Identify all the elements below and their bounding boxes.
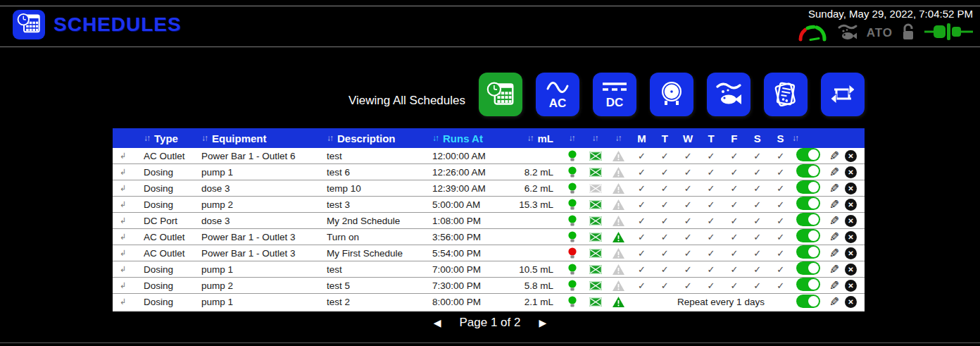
enabled-toggle[interactable] — [796, 229, 820, 242]
row-handle-icon[interactable]: ↲ — [118, 249, 144, 258]
next-page-icon[interactable]: ▶ — [539, 317, 546, 328]
day-checks: ✓✓✓✓✓✓✓ — [630, 213, 792, 228]
day-check-icon: ✓ — [700, 199, 723, 210]
delete-icon[interactable]: ✕ — [845, 247, 857, 259]
delete-icon[interactable]: ✕ — [845, 150, 857, 162]
table-row: ↲ Dosing pump 2 test 5 7:30:00 PM 5.8 mL — [113, 278, 865, 294]
edit-pencil-icon[interactable]: ✎ — [829, 165, 839, 180]
day-check-icon: ✓ — [677, 151, 700, 161]
day-check-icon: ✓ — [746, 167, 769, 178]
day-checks: ✓✓✓✓✓✓✓ — [630, 278, 792, 293]
enabled-toggle[interactable] — [796, 197, 820, 210]
day-check-icon: ✓ — [746, 216, 769, 226]
delete-icon[interactable]: ✕ — [845, 215, 857, 227]
delete-icon[interactable]: ✕ — [845, 166, 857, 178]
row-handle-icon[interactable]: ↲ — [118, 297, 144, 307]
day-check-icon: ✓ — [746, 199, 769, 210]
col-header-bulb[interactable]: ↓↑ — [560, 133, 584, 143]
prev-page-icon[interactable]: ◀ — [434, 317, 441, 328]
table-row: ↲ AC Outlet Power Bar 1 - Outlet 3 Turn … — [113, 229, 865, 245]
row-runs-at: 5:54:00 PM — [432, 248, 511, 259]
delete-icon[interactable]: ✕ — [845, 183, 857, 194]
row-runs-at: 12:26:00 AM — [432, 167, 511, 178]
day-check-icon: ✓ — [700, 167, 723, 178]
row-handle-icon[interactable]: ↲ — [118, 281, 144, 290]
sort-icon[interactable]: ↓↑ — [144, 133, 151, 143]
calendar-clock-icon — [17, 12, 41, 37]
sort-icon[interactable]: ↓↑ — [327, 133, 334, 143]
dosing-pump-icon — [656, 78, 687, 111]
row-handle-icon[interactable]: ↲ — [118, 168, 144, 177]
warning-icon — [607, 264, 630, 275]
col-header-description[interactable]: ↓↑Description — [327, 132, 432, 144]
notes-card-icon — [770, 78, 801, 111]
day-check-icon: ✓ — [769, 280, 792, 291]
edit-pencil-icon[interactable]: ✎ — [829, 149, 839, 163]
edit-pencil-icon[interactable]: ✎ — [829, 295, 839, 309]
enabled-toggle[interactable] — [796, 245, 820, 259]
delete-icon[interactable]: ✕ — [845, 296, 857, 308]
edit-pencil-icon[interactable]: ✎ — [829, 230, 839, 245]
row-handle-icon[interactable]: ↲ — [118, 152, 144, 161]
edit-pencil-icon[interactable]: ✎ — [829, 278, 839, 293]
row-handle-icon[interactable]: ↲ — [118, 233, 144, 242]
filter-ac-button[interactable]: AC — [536, 73, 579, 116]
enabled-toggle[interactable] — [796, 261, 820, 275]
unlock-icon — [901, 23, 915, 44]
day-check-icon: ✓ — [769, 264, 792, 275]
delete-icon[interactable]: ✕ — [845, 280, 857, 292]
day-check-icon: ✓ — [630, 151, 653, 161]
sort-icon[interactable]: ↓↑ — [792, 133, 799, 143]
col-header-warning[interactable]: ↓↑ — [607, 133, 630, 143]
bulb-icon — [560, 280, 584, 292]
col-header-equipment[interactable]: ↓↑Equipment — [201, 132, 327, 144]
sort-icon[interactable]: ↓↑ — [569, 133, 576, 143]
delete-icon[interactable]: ✕ — [845, 231, 857, 243]
sort-icon-active[interactable]: ↓↑ — [432, 133, 439, 143]
filter-all-schedules-button[interactable] — [479, 73, 522, 116]
filter-feeding-button[interactable] — [707, 73, 750, 116]
col-header-type[interactable]: ↓↑Type — [144, 132, 201, 144]
sort-icon[interactable]: ↓↑ — [201, 133, 208, 143]
row-handle-icon[interactable]: ↲ — [118, 216, 144, 225]
sort-icon[interactable]: ↓↑ — [592, 133, 599, 143]
row-handle-icon[interactable]: ↲ — [118, 184, 144, 193]
edit-pencil-icon[interactable]: ✎ — [829, 214, 839, 228]
enabled-toggle[interactable] — [796, 213, 820, 226]
enabled-toggle[interactable] — [796, 164, 820, 178]
day-check-icon: ✓ — [769, 183, 792, 194]
col-header-enabled[interactable]: ↓↑ — [792, 133, 824, 143]
day-check-icon: ✓ — [700, 183, 723, 194]
enabled-toggle[interactable] — [796, 180, 820, 194]
col-header-envelope[interactable]: ↓↑ — [584, 133, 607, 143]
day-checks: Repeat every 1 days — [630, 294, 792, 310]
filter-notes-button[interactable] — [764, 73, 808, 116]
col-header-runs-at[interactable]: ↓↑Runs At — [432, 132, 511, 144]
row-equipment: Power Bar 1 - Outlet 3 — [201, 248, 327, 259]
envelope-icon — [584, 265, 607, 274]
day-check-icon: ✓ — [630, 167, 653, 178]
enabled-toggle[interactable] — [796, 148, 820, 161]
row-handle-icon[interactable]: ↲ — [118, 265, 144, 274]
row-handle-icon[interactable]: ↲ — [118, 200, 144, 209]
sort-icon[interactable]: ↓↑ — [527, 133, 534, 143]
feeding-status-icon — [837, 23, 858, 44]
edit-pencil-icon[interactable]: ✎ — [829, 246, 839, 261]
enabled-toggle[interactable] — [796, 278, 820, 291]
col-header-ml[interactable]: ↓↑mL — [511, 132, 560, 144]
delete-icon[interactable]: ✕ — [845, 264, 857, 276]
enabled-toggle[interactable] — [796, 295, 820, 308]
warning-icon — [607, 232, 630, 242]
edit-pencil-icon[interactable]: ✎ — [829, 181, 839, 196]
edit-pencil-icon[interactable]: ✎ — [829, 262, 839, 277]
sort-icon[interactable]: ↓↑ — [615, 133, 622, 143]
schedules-app-icon[interactable] — [13, 10, 45, 39]
day-checks: ✓✓✓✓✓✓✓ — [630, 180, 792, 196]
filter-repeat-button[interactable] — [821, 73, 865, 116]
day-check-icon: ✓ — [677, 248, 700, 259]
filter-dosing-button[interactable] — [650, 73, 693, 116]
delete-icon[interactable]: ✕ — [845, 199, 857, 211]
row-equipment: pump 2 — [201, 199, 327, 210]
edit-pencil-icon[interactable]: ✎ — [829, 197, 839, 212]
filter-dc-button[interactable]: DC — [593, 73, 636, 116]
